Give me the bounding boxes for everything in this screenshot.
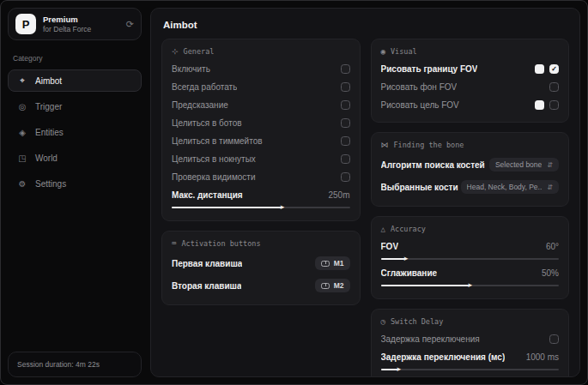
triangle-icon: △ (381, 225, 385, 233)
visual-panel: ◉ Visual Рисовать границу FOV ✓ Рисовать… (371, 39, 570, 123)
slider-value: 250m (328, 190, 349, 200)
slider-thumb[interactable]: ➤ (467, 281, 472, 290)
second-key-bind-button[interactable]: M2 (315, 279, 350, 292)
row-label: Задержка переключения (мс) (381, 352, 506, 362)
app-logo: P (15, 14, 36, 34)
world-icon: ◳ (17, 153, 27, 163)
accuracy-panel: △ Accuracy FOV 60° ➤ (371, 216, 570, 299)
row-label: Рисовать фон FOV (381, 82, 458, 92)
row-label: Задержка переключения (381, 334, 480, 344)
slider-track: ➤ (172, 207, 350, 208)
app-title: Premium (43, 15, 119, 25)
target-icon: ◎ (17, 102, 27, 111)
panel-title: General (184, 47, 215, 56)
fov-slider[interactable]: ➤ (381, 256, 560, 264)
fov-target-color-swatch[interactable] (535, 100, 544, 110)
slider-value: 60° (546, 242, 559, 251)
slider-fill: ➤ (381, 258, 406, 260)
toggle-row-draw-fov-target: Рисовать цель FOV (381, 96, 560, 114)
crosshair-icon: ⌖ (17, 75, 27, 86)
sidebar-item-aimbot[interactable]: ⌖ Aimbot (8, 69, 142, 92)
right-column: ◉ Visual Рисовать границу FOV ✓ Рисовать… (371, 39, 570, 377)
keyboard-icon: ⌨ (172, 239, 176, 248)
draw-fov-border-checkbox[interactable]: ✓ (549, 64, 559, 74)
row-label: Рисовать границу FOV (381, 64, 478, 74)
page-title: Aimbot (163, 20, 567, 30)
sidebar-item-trigger[interactable]: ◎ Trigger (8, 95, 142, 117)
row-label: Предсказание (172, 100, 228, 110)
sidebar: P Premium for Delta Force ⟳ Category ⌖ A… (1, 1, 149, 384)
panel-title: Visual (391, 47, 417, 56)
bone-icon: ⋈ (381, 141, 389, 149)
first-key-bind-button[interactable]: M1 (315, 256, 350, 270)
prediction-checkbox[interactable] (341, 100, 350, 110)
sidebar-item-entities[interactable]: ◈ Entities (8, 121, 142, 143)
slider-track: ➤ (381, 258, 560, 260)
select-row-bone-algorithm: Алгоритм поиска костей Selected bone ⇵ (381, 153, 560, 176)
row-label: Макс. дистанция (172, 190, 243, 200)
mouse-icon (321, 283, 330, 289)
sidebar-item-label: Settings (35, 179, 66, 189)
select-value: Head, Neck, Body, Pe.. (467, 183, 543, 191)
stopwatch-icon: ◷ (381, 317, 385, 326)
toggle-row-draw-fov-background: Рисовать фон FOV (381, 78, 560, 96)
sidebar-item-label: Entities (35, 128, 64, 137)
sidebar-item-settings[interactable]: ⚙ Settings (8, 172, 142, 195)
panel-title: Finding the bone (394, 141, 464, 149)
smoothing-slider[interactable]: ➤ (381, 282, 560, 291)
aim-knocked-checkbox[interactable] (341, 154, 350, 164)
refresh-icon[interactable]: ⟳ (126, 19, 134, 30)
general-panel-header: ⊹ General (172, 47, 350, 56)
app-window: P Premium for Delta Force ⟳ Category ⌖ A… (0, 0, 588, 385)
scan-icon: ⊹ (172, 47, 179, 56)
selected-bones-select[interactable]: Head, Neck, Body, Pe.. ⇵ (461, 180, 559, 194)
finding-bone-panel: ⋈ Finding the bone Алгоритм поиска косте… (371, 132, 570, 207)
always-work-checkbox[interactable] (341, 82, 350, 92)
keybind-row-first: Первая клавиша M1 (172, 252, 350, 274)
row-label: Целиться в нокнутых (172, 154, 256, 164)
switch-delay-slider[interactable]: ➤ (381, 366, 560, 375)
entities-icon: ◈ (17, 128, 27, 137)
bone-algorithm-select[interactable]: Selected bone ⇵ (489, 158, 559, 171)
switch-delay-panel: ◷ Switch Delay Задержка переключения Зад… (371, 309, 570, 377)
slider-thumb[interactable]: ➤ (280, 203, 285, 212)
bone-panel-header: ⋈ Finding the bone (381, 141, 560, 149)
toggle-row-switch-delay: Задержка переключения (381, 330, 560, 348)
activation-buttons-panel: ⌨ Activation buttons Первая клавиша M1 В… (161, 231, 361, 305)
accuracy-panel-header: △ Accuracy (381, 225, 560, 233)
toggle-row-enable: Включить (172, 60, 350, 78)
slider-track: ➤ (381, 285, 560, 286)
slider-row-fov: FOV 60° (381, 238, 560, 256)
aim-teammates-checkbox[interactable] (341, 136, 350, 146)
premium-card: P Premium for Delta Force ⟳ (8, 8, 142, 40)
sidebar-item-world[interactable]: ◳ World (8, 147, 142, 169)
switch-delay-checkbox[interactable] (549, 334, 559, 344)
slider-thumb[interactable]: ➤ (403, 255, 409, 263)
draw-fov-background-checkbox[interactable] (549, 82, 559, 92)
visual-panel-header: ◉ Visual (381, 47, 560, 56)
visibility-check-checkbox[interactable] (341, 172, 350, 182)
enable-checkbox[interactable] (341, 64, 350, 74)
toggle-row-aim-knocked: Целиться в нокнутых (172, 150, 350, 168)
toggle-row-always-work: Всегда работать (172, 78, 350, 96)
eye-icon: ◉ (381, 47, 385, 56)
slider-thumb[interactable]: ➤ (396, 365, 401, 374)
draw-fov-target-checkbox[interactable] (549, 100, 559, 110)
max-distance-slider[interactable]: ➤ (172, 204, 350, 213)
fov-border-color-swatch[interactable] (535, 64, 544, 74)
sidebar-item-label: Trigger (35, 102, 62, 111)
slider-fill: ➤ (172, 207, 282, 208)
session-duration: Session duration: 4m 22s (8, 352, 142, 377)
select-row-selected-bones: Выбранные кости Head, Neck, Body, Pe.. ⇵ (381, 176, 560, 198)
panel-title: Activation buttons (181, 239, 260, 248)
row-controls (535, 100, 559, 110)
toggle-row-aim-bots: Целиться в ботов (172, 114, 350, 132)
aim-bots-checkbox[interactable] (341, 118, 350, 128)
keybind-row-second: Вторая клавиша M2 (172, 274, 350, 297)
app-subtitle: for Delta Force (43, 25, 119, 34)
slider-row-max-distance: Макс. дистанция 250m (172, 186, 350, 204)
toggle-row-prediction: Предсказание (172, 96, 350, 114)
slider-row-smoothing: Сглаживание 50% (381, 264, 560, 282)
slider-fill: ➤ (381, 285, 470, 286)
row-label: Проверка видимости (172, 172, 256, 182)
